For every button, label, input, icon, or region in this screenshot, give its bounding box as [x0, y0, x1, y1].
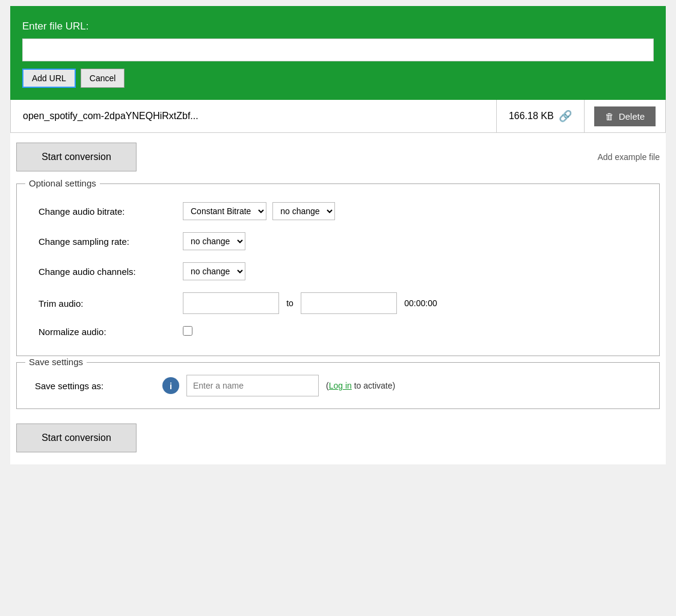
sampling-rate-controls: no change 8000 Hz 11025 Hz 22050 Hz 4410…	[179, 226, 641, 256]
delete-cell: 🗑 Delete	[585, 100, 665, 132]
sampling-rate-select[interactable]: no change 8000 Hz 11025 Hz 22050 Hz 4410…	[183, 232, 245, 250]
sampling-rate-row: Change sampling rate: no change 8000 Hz …	[35, 226, 641, 256]
file-name: open_spotify_com-2dpaYNEQHiRxtZbf...	[11, 100, 497, 132]
bitrate-type-select[interactable]: Constant Bitrate Variable Bitrate	[183, 202, 266, 220]
normalize-checkbox[interactable]	[183, 326, 192, 336]
add-url-button[interactable]: Add URL	[22, 69, 76, 88]
start-conversion-button-bottom[interactable]: Start conversion	[16, 424, 137, 452]
add-example-link[interactable]: Add example file	[597, 152, 660, 162]
bitrate-value-select[interactable]: no change 64 kbit/s 128 kbit/s 192 kbit/…	[272, 202, 335, 220]
trash-icon: 🗑	[605, 111, 614, 122]
login-link[interactable]: Log in	[329, 381, 352, 390]
audio-channels-controls: no change 1 (mono) 2 (stereo)	[179, 256, 641, 286]
trim-audio-controls: to 00:00:00	[179, 286, 641, 320]
delete-label: Delete	[619, 111, 645, 122]
trim-duration: 00:00:00	[399, 298, 437, 308]
cancel-button[interactable]: Cancel	[81, 69, 125, 88]
audio-bitrate-controls: Constant Bitrate Variable Bitrate no cha…	[179, 196, 641, 226]
optional-settings-box: Optional settings Change audio bitrate: …	[16, 183, 660, 356]
normalize-audio-controls	[179, 320, 641, 343]
sampling-rate-label: Change sampling rate:	[35, 226, 179, 256]
save-settings-row: Save settings as: i (Log in to activate)	[35, 375, 641, 396]
action-row: Start conversion Add example file	[10, 133, 666, 177]
trim-start-input[interactable]	[183, 292, 279, 314]
info-icon: i	[162, 377, 179, 394]
normalize-audio-row: Normalize audio:	[35, 320, 641, 343]
url-section: Enter file URL: Add URL Cancel	[10, 10, 666, 100]
url-label: Enter file URL:	[22, 20, 654, 32]
trim-to-label: to	[281, 298, 298, 308]
save-name-input[interactable]	[186, 375, 319, 396]
audio-bitrate-label: Change audio bitrate:	[35, 196, 179, 226]
url-buttons: Add URL Cancel	[22, 69, 654, 88]
audio-channels-select[interactable]: no change 1 (mono) 2 (stereo)	[183, 262, 245, 280]
optional-settings-legend: Optional settings	[25, 178, 100, 188]
trim-audio-row: Trim audio: to 00:00:00	[35, 286, 641, 320]
save-settings-box: Save settings Save settings as: i (Log i…	[16, 362, 660, 409]
bottom-action: Start conversion	[10, 415, 666, 464]
audio-bitrate-row: Change audio bitrate: Constant Bitrate V…	[35, 196, 641, 226]
start-conversion-button-top[interactable]: Start conversion	[16, 143, 137, 171]
delete-button[interactable]: 🗑 Delete	[594, 106, 656, 126]
file-size-cell: 166.18 KB 🔗	[497, 100, 585, 132]
file-row: open_spotify_com-2dpaYNEQHiRxtZbf... 166…	[10, 100, 666, 133]
audio-channels-label: Change audio channels:	[35, 256, 179, 286]
login-text: (Log in to activate)	[326, 381, 395, 390]
trim-end-input[interactable]	[301, 292, 397, 314]
login-after: to activate)	[352, 381, 395, 390]
audio-channels-row: Change audio channels: no change 1 (mono…	[35, 256, 641, 286]
save-settings-legend: Save settings	[25, 357, 87, 367]
file-size: 166.18 KB	[509, 111, 554, 122]
link-icon: 🔗	[559, 109, 572, 123]
normalize-audio-label: Normalize audio:	[35, 320, 179, 343]
settings-table: Change audio bitrate: Constant Bitrate V…	[35, 196, 641, 343]
save-settings-label: Save settings as:	[35, 381, 155, 391]
url-input[interactable]	[22, 38, 654, 61]
trim-audio-label: Trim audio:	[35, 286, 179, 320]
